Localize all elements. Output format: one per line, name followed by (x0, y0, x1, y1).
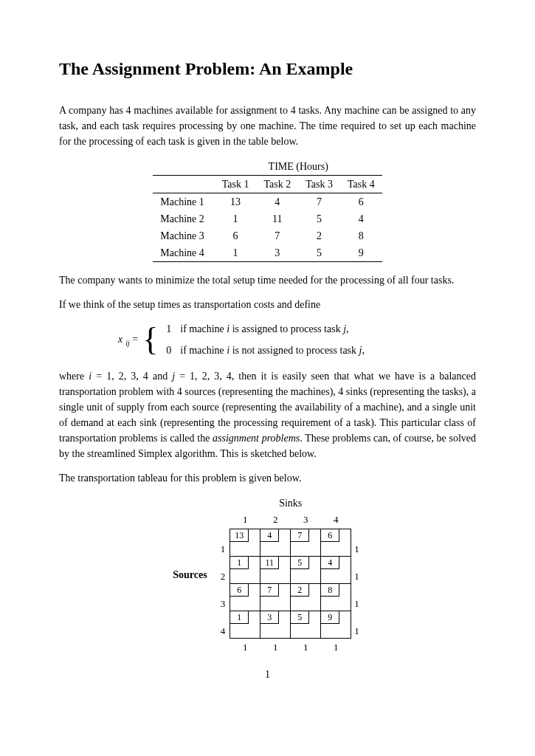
text: is assigned to process task (229, 323, 343, 334)
table-cell: 13 (215, 193, 257, 211)
col-header: Task 4 (340, 176, 382, 193)
demand-value: 1 (260, 638, 291, 655)
sources-label: Sources (173, 567, 207, 583)
table-cell: 7 (298, 193, 340, 211)
tableau-cell: 1 (230, 611, 260, 638)
cost-value: 13 (230, 529, 249, 542)
table-cell: 6 (215, 227, 257, 244)
case-text: if machine i is assigned to process task… (180, 321, 348, 337)
page-title: The Assignment Problem: An Example (59, 55, 476, 82)
row-label: Machine 4 (153, 244, 214, 262)
tableau-cell: 5 (291, 556, 321, 583)
cost-value: 4 (321, 557, 339, 569)
paragraph-define: If we think of the setup times as transp… (59, 297, 476, 312)
table-row: Machine 3 6 7 2 8 (153, 227, 382, 244)
tableau-cell: 7 (291, 529, 321, 556)
table-row: Machine 2 1 11 5 4 (153, 210, 382, 227)
cost-value: 8 (321, 584, 339, 597)
brace-icon: { (142, 323, 158, 356)
table-cell: 9 (340, 244, 382, 262)
cost-value: 3 (260, 611, 279, 624)
col-header: Task 2 (256, 176, 298, 193)
paragraph-tableau-intro: The transportation tableau for this prob… (59, 470, 476, 486)
tableau-cell: 6 (321, 529, 351, 556)
table-cell: 1 (215, 244, 257, 262)
col-index: 4 (321, 512, 351, 529)
table-cell: 11 (256, 210, 298, 227)
tableau-grid: Sinks 1 2 3 4 1 13 4 7 6 1 2 1 (216, 495, 362, 655)
text: , (362, 345, 365, 356)
table-cell: 2 (298, 227, 340, 244)
table-cell: 6 (340, 193, 382, 211)
tableau-cell: 4 (321, 556, 351, 583)
row-label: Machine 3 (153, 227, 214, 244)
cost-value: 5 (291, 557, 309, 569)
table-cell: 3 (256, 244, 298, 262)
col-header: Task 3 (298, 176, 340, 193)
cost-value: 5 (291, 611, 309, 624)
tableau-cell: 9 (321, 611, 351, 638)
equation-case: 0 if machine i is not assigned to proces… (162, 343, 365, 358)
table-cell: 5 (298, 210, 340, 227)
cost-value: 11 (260, 557, 279, 569)
term-emphasis: assignment problems (213, 433, 300, 444)
col-header: Task 1 (215, 176, 257, 193)
text: if machine (180, 323, 227, 334)
tableau-cell: 2 (291, 583, 321, 611)
text: where (59, 371, 89, 382)
col-index: 1 (230, 512, 260, 529)
table-cell: 7 (256, 227, 298, 244)
tableau-cell: 8 (321, 583, 351, 611)
row-label: Machine 1 (153, 193, 214, 211)
equation-case: 1 if machine i is assigned to process ta… (162, 321, 365, 337)
row-index: 4 (216, 611, 230, 638)
equation-var: x (118, 334, 122, 345)
table-row: Machine 1 13 4 7 6 (153, 193, 382, 211)
supply-value: 1 (351, 556, 362, 583)
row-index: 1 (216, 529, 230, 556)
paragraph-where: where i = 1, 2, 3, 4 and j = 1, 2, 3, 4,… (59, 368, 476, 461)
tableau-cell: 6 (230, 583, 260, 611)
row-label: Machine 2 (153, 210, 214, 227)
cost-value: 6 (321, 529, 339, 542)
tableau-cell: 7 (260, 583, 291, 611)
col-index: 2 (260, 512, 291, 529)
case-value: 0 (162, 343, 171, 358)
paragraph-objective: The company wants to minimize the total … (59, 272, 476, 288)
time-table: TIME (Hours) Task 1 Task 2 Task 3 Task 4… (153, 158, 382, 262)
table-superheader: TIME (Hours) (215, 158, 382, 176)
cost-value: 7 (291, 529, 309, 542)
cost-value: 6 (230, 584, 249, 597)
demand-value: 1 (291, 638, 321, 655)
tableau-cell: 4 (260, 529, 291, 556)
table-cell: 4 (256, 193, 298, 211)
cost-value: 7 (260, 584, 279, 597)
transportation-tableau: Sources Sinks 1 2 3 4 1 13 4 7 6 1 (59, 495, 476, 655)
table-cell: 5 (298, 244, 340, 262)
supply-value: 1 (351, 583, 362, 611)
table-cell: 8 (340, 227, 382, 244)
table-row: Machine 4 1 3 5 9 (153, 244, 382, 262)
case-value: 1 (162, 321, 171, 337)
cost-value: 9 (321, 611, 339, 624)
text: if machine (180, 345, 227, 356)
demand-value: 1 (230, 638, 260, 655)
col-index: 3 (291, 512, 321, 529)
cost-value: 2 (291, 584, 309, 597)
cost-value: 1 (230, 611, 249, 624)
tableau-cell: 13 (230, 529, 260, 556)
case-text: if machine i is not assigned to process … (180, 343, 365, 358)
row-index: 2 (216, 556, 230, 583)
text: is not assigned to process task (229, 345, 359, 356)
supply-value: 1 (351, 611, 362, 638)
cost-value: 1 (230, 557, 249, 569)
equation-eq: = (132, 334, 138, 345)
paragraph-intro: A company has 4 machines available for a… (59, 103, 476, 149)
page-number: 1 (59, 667, 476, 682)
page: The Assignment Problem: An Example A com… (0, 0, 535, 712)
equation-sub: ij (125, 338, 130, 346)
sinks-label: Sinks (230, 495, 351, 512)
equation-cases: xij = { 1 if machine i is assigned to pr… (118, 321, 476, 358)
text: , (346, 323, 349, 334)
tableau-cell: 5 (291, 611, 321, 638)
